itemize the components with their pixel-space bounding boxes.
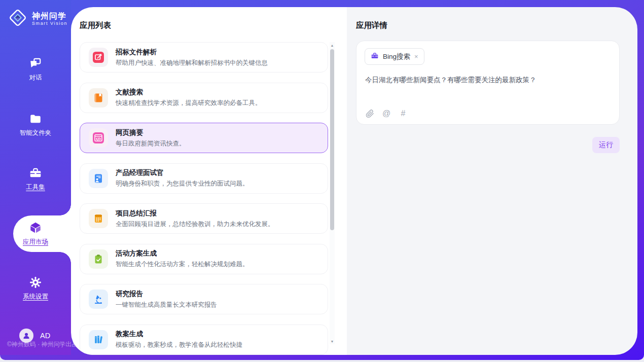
doc-edit-icon: [89, 48, 108, 67]
sidebar-item-toolkit[interactable]: 工具集: [0, 161, 71, 197]
list-scrollbar[interactable]: ▲ ▼: [330, 42, 335, 344]
hash-icon[interactable]: #: [399, 108, 408, 119]
app-detail-panel: 应用详情 Bing搜索 × 今日湖北有哪些新闻要点？有哪些需要关注的最新政策？ …: [347, 7, 637, 355]
books-icon: [89, 330, 108, 349]
sidebar-item-label: 应用市场: [23, 238, 48, 246]
query-input[interactable]: 今日湖北有哪些新闻要点？有哪些需要关注的最新政策？: [365, 76, 611, 85]
app-card-title: 网页摘要: [116, 128, 186, 137]
app-card-desc: 智能生成个性化活动方案，轻松解决规划难题。: [116, 260, 249, 269]
app-card[interactable]: 活动方案生成 智能生成个性化活动方案，轻松解决规划难题。: [80, 244, 328, 274]
content-area: 应用列表 招标文件解析 帮助用户快速、准确地理解和解析招标书中的关键信息 文献搜…: [71, 7, 637, 355]
clipboard-check-icon: [89, 249, 108, 269]
app-card-desc: 每日政府新闻资讯快查。: [116, 139, 186, 148]
tool-chip-bing-search[interactable]: Bing搜索 ×: [365, 48, 424, 65]
sidebar-item-label: 对话: [29, 74, 42, 82]
sidebar-item-settings[interactable]: 系统设置: [0, 270, 71, 307]
tool-chip-label: Bing搜索: [383, 52, 410, 61]
scrollbar-thumb[interactable]: [330, 49, 334, 230]
folder-icon: [29, 112, 42, 125]
app-card-desc: 模板驱动，教案秒成，教学准备从此轻松快捷: [116, 341, 242, 349]
app-card-desc: 一键智能生成高质量长文本研究报告: [116, 301, 217, 309]
app-card-title: 文献搜索: [116, 88, 262, 97]
brand-logo: 神州问学 Smart Vision: [8, 8, 67, 29]
notepad-icon: [89, 209, 108, 228]
doc-person-icon: [89, 169, 108, 188]
sidebar-item-app-market[interactable]: 应用市场: [0, 215, 71, 252]
prompt-card: Bing搜索 × 今日湖北有哪些新闻要点？有哪些需要关注的最新政策？ @ #: [356, 41, 620, 125]
run-button[interactable]: 运行: [592, 137, 620, 153]
toolbox-icon: [29, 166, 42, 179]
app-detail-title: 应用详情: [356, 20, 387, 31]
diamond-logo-icon: [8, 8, 27, 29]
active-tab-bubble: [13, 215, 71, 252]
copyright-footer: ©神州数码 · 神州问学出品: [7, 340, 78, 349]
sidebar-item-smart-folder[interactable]: 智能文件夹: [0, 106, 71, 143]
sidebar-item-label: 工具集: [26, 183, 45, 192]
brand-subtitle: Smart Vision: [32, 21, 67, 26]
scroll-up-icon[interactable]: ▲: [330, 42, 335, 48]
app-card[interactable]: 文献搜索 快速精准查找学术资源，提高研究效率的必备工具。: [80, 83, 328, 113]
microscope-icon: [89, 289, 108, 309]
sidebar-item-label: 智能文件夹: [20, 129, 52, 137]
app-card-title: 项目总结汇报: [116, 209, 274, 218]
app-card-desc: 帮助用户快速、准确地理解和解析招标书中的关键信息: [116, 59, 268, 67]
input-toolbar: @ #: [365, 108, 408, 119]
sidebar: 神州问学 Smart Vision 对话 智能文件夹 工具集 应用市场 系统设置: [0, 0, 71, 355]
book-icon: [89, 88, 108, 107]
app-card-title: 研究报告: [116, 289, 217, 299]
user-name: AD: [40, 332, 50, 340]
app-card-title: 教案生成: [116, 330, 242, 339]
app-card-desc: 明确身份和职责，为您提供专业性的面试问题。: [116, 179, 249, 188]
app-card-title: 招标文件解析: [116, 48, 268, 57]
chip-remove-icon[interactable]: ×: [414, 53, 418, 60]
cube-icon: [29, 221, 42, 234]
app-window: 神州问学 Smart Vision 对话 智能文件夹 工具集 应用市场 系统设置: [0, 0, 644, 360]
app-card-desc: 全面回顾项目进展，总结经验教训，助力未来优化发展。: [116, 220, 274, 229]
scroll-down-icon[interactable]: ▼: [330, 338, 335, 344]
app-list-panel: 应用列表 招标文件解析 帮助用户快速、准确地理解和解析招标书中的关键信息 文献搜…: [71, 7, 347, 355]
sidebar-item-label: 系统设置: [23, 293, 48, 301]
app-list: 招标文件解析 帮助用户快速、准确地理解和解析招标书中的关键信息 文献搜索 快速精…: [80, 42, 328, 355]
briefcase-icon: [371, 52, 379, 62]
app-card-desc: 快速精准查找学术资源，提高研究效率的必备工具。: [116, 99, 262, 107]
web-code-icon: [89, 128, 108, 148]
gear-icon: [29, 276, 42, 289]
app-card[interactable]: 招标文件解析 帮助用户快速、准确地理解和解析招标书中的关键信息: [80, 42, 328, 73]
attachment-icon[interactable]: [365, 108, 374, 119]
app-card[interactable]: 网页摘要 每日政府新闻资讯快查。: [80, 123, 328, 153]
app-card[interactable]: 项目总结汇报 全面回顾项目进展，总结经验教训，助力未来优化发展。: [80, 203, 328, 234]
app-card-title: 产品经理面试官: [116, 168, 249, 177]
brand-name: 神州问学: [32, 12, 67, 21]
app-list-title: 应用列表: [80, 20, 111, 31]
app-card-title: 活动方案生成: [116, 249, 249, 258]
app-card[interactable]: 产品经理面试官 明确身份和职责，为您提供专业性的面试问题。: [80, 163, 328, 194]
app-card[interactable]: 研究报告 一键智能生成高质量长文本研究报告: [80, 284, 328, 314]
chat-icon: [29, 57, 42, 70]
sidebar-item-chat[interactable]: 对话: [0, 51, 71, 88]
mention-icon[interactable]: @: [382, 108, 391, 119]
app-card[interactable]: 教案生成 模板驱动，教案秒成，教学准备从此轻松快捷: [80, 324, 328, 355]
